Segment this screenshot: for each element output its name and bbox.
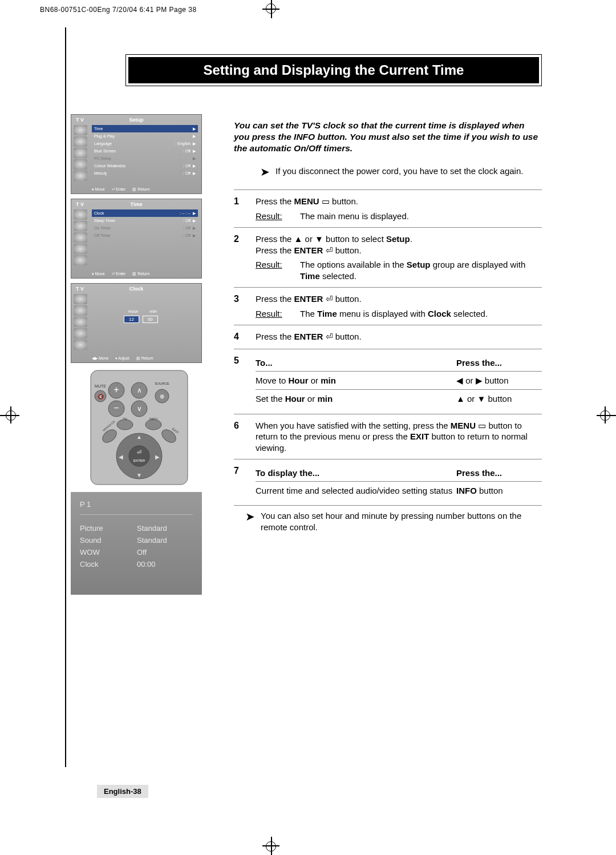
info-row: SoundStandard [80, 536, 193, 545]
col-header: To display the... [256, 467, 456, 479]
svg-text:▲: ▲ [136, 434, 142, 440]
col-header: Press the... [456, 467, 542, 479]
osd-setup: T V Setup Time▶ Plug & Play▶ Language:En… [71, 114, 202, 194]
svg-text:∨: ∨ [137, 405, 142, 413]
text: Press the [256, 245, 294, 255]
remote-illustration: + − ∧ ∨ 🔇 MUTE ⊕ SOURCE TV INFO MENU/LCD… [88, 368, 191, 487]
svg-text:ENTER: ENTER [133, 459, 145, 462]
col-header: To... [256, 357, 456, 369]
enter-icon: ⏎ [323, 294, 333, 304]
info-row: WOWOff [80, 548, 193, 556]
svg-text:🔇: 🔇 [98, 393, 104, 400]
text: Press the [256, 332, 294, 341]
step-6: 6 When you have satisfied with the setti… [234, 420, 542, 454]
step-number: 4 [234, 331, 256, 343]
svg-text:▼: ▼ [136, 472, 142, 478]
note: ➤ You can also set hour and minute by pr… [245, 510, 542, 533]
page-header: BN68-00751C-00Eng 7/20/04 6:41 PM Page 3… [40, 6, 197, 14]
hour-value: 12 [124, 316, 139, 323]
step-number: 7 [234, 465, 256, 499]
osd-icon-column [74, 294, 90, 350]
table: To display the...Press the... Current ti… [256, 467, 542, 499]
text: MENU [451, 421, 476, 430]
result-label: Result: [256, 259, 300, 281]
osd-menu: Clock:-- : --▶ Sleep Timer:Off▶ On Timer… [92, 209, 198, 239]
arrow-icon: ➤ [260, 164, 270, 179]
intro-text: You can set the TV'S clock so that the c… [234, 120, 542, 154]
svg-text:INFO: INFO [149, 417, 158, 421]
result-label: Result: [256, 211, 300, 222]
result-text: The options available in the Setup group… [300, 259, 542, 281]
crop-mark [266, 841, 276, 852]
note: ➤ If you disconnect the power cord, you … [260, 166, 542, 179]
result-label: Result: [256, 308, 300, 320]
osd-title: Setup [71, 117, 201, 123]
page-title: Setting and Displaying the Current Time [128, 57, 539, 83]
osd-row: Language:English▶ [92, 140, 198, 147]
osd-title: Time [71, 201, 201, 207]
text: button. [333, 294, 362, 304]
table: To...Press the... Move to Hour or min◀ o… [256, 357, 542, 408]
text: Press the [256, 294, 294, 304]
arrow-icon: ➤ [245, 509, 255, 533]
osd-row: Plug & Play▶ [92, 132, 198, 140]
col-header: Press the... [456, 357, 542, 369]
menu-icon: ▭ [319, 196, 330, 206]
text: . [410, 234, 412, 244]
osd-title: Clock [71, 286, 201, 292]
svg-text:SOURCE: SOURCE [155, 382, 169, 385]
osd-row: PC Setup▶ [92, 155, 198, 162]
instructions: You can set the TV'S clock so that the c… [234, 120, 542, 543]
step-3: 3 Press the ENTER ⏎ button. Result:The T… [234, 293, 542, 319]
osd-clock: T V Clock Hourmin 12 00 ◀▶ Move♦ Adjust▥… [71, 283, 202, 363]
text: button. [330, 196, 358, 206]
osd-row: Sleep Timer:Off▶ [92, 217, 198, 224]
svg-text:▶: ▶ [155, 454, 160, 460]
step-number: 1 [234, 196, 256, 221]
svg-text:⏎: ⏎ [137, 449, 141, 455]
min-value: 00 [143, 316, 158, 323]
osd-row: On Timer:Off▶ [92, 224, 198, 232]
enter-icon: ⏎ [323, 332, 333, 341]
text: Setup [386, 234, 410, 244]
text: button. [333, 332, 362, 341]
osd-row: Blue Screen:Off▶ [92, 147, 198, 155]
crop-mark [600, 410, 610, 421]
step-4: 4 Press the ENTER ⏎ button. [234, 331, 542, 343]
table-row: Current time and selected audio/video se… [256, 481, 542, 500]
osd-row: Clock:-- : --▶ [92, 209, 198, 217]
step-number: 3 [234, 293, 256, 319]
info-display: P 1 PictureStandard SoundStandard WOWOff… [71, 492, 202, 595]
info-row: Clock00:00 [80, 560, 193, 568]
text: Press the ▲ or ▼ button to select [256, 234, 386, 244]
svg-text:∧: ∧ [137, 386, 142, 394]
enter-icon: ⏎ [323, 245, 333, 255]
note-text: If you disconnect the power cord, you ha… [275, 166, 542, 179]
svg-text:−: − [114, 403, 119, 413]
step-number: 5 [234, 355, 256, 408]
clock-labels: Hourmin [128, 309, 157, 314]
clock-values: 12 00 [124, 316, 158, 323]
step-5: 5 To...Press the... Move to Hour or min◀… [234, 355, 542, 408]
osd-icon-column [74, 209, 90, 267]
text: EXIT [410, 431, 429, 441]
info-row: PictureStandard [80, 524, 193, 533]
svg-text:⊕: ⊕ [160, 393, 164, 400]
note-text: You can also set hour and minute by pres… [261, 510, 542, 533]
osd-row: Melody:Off▶ [92, 170, 198, 177]
osd-footer: ♦ Move⏎ Enter▥ Return [92, 187, 198, 192]
text: button. [333, 245, 362, 255]
step-7: 7 To display the...Press the... Current … [234, 465, 542, 499]
text: When you have satisfied with the setting… [256, 421, 451, 430]
page-footer: English-38 [97, 785, 148, 798]
text: ENTER [294, 332, 323, 341]
table-row: Move to Hour or min◀ or ▶ button [256, 371, 542, 390]
crop-mark [6, 410, 16, 421]
text: ENTER [294, 294, 323, 304]
osd-menu: Time▶ Plug & Play▶ Language:English▶ Blu… [92, 125, 198, 177]
svg-point-17 [145, 420, 161, 430]
margin-line [65, 27, 66, 767]
osd-icon-column [74, 125, 90, 182]
svg-text:◀: ◀ [119, 454, 123, 460]
svg-text:+: + [114, 385, 119, 394]
